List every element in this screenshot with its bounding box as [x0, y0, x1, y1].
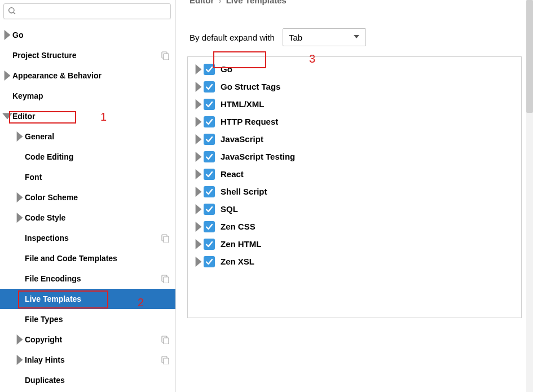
sidebar-item-font[interactable]: Font [0, 167, 175, 187]
chevron-right-icon[interactable] [2, 71, 12, 81]
settings-sidebar: GoProject StructureAppearance & Behavior… [0, 0, 176, 392]
templates-panel: GoGo Struct TagsHTML/XMLHTTP RequestJava… [187, 56, 522, 318]
chevron-right-icon[interactable] [193, 134, 204, 144]
sidebar-item-label: Font [25, 173, 175, 182]
chevron-right-icon[interactable] [193, 64, 204, 74]
sidebar-item-label: Go [12, 30, 175, 39]
template-checkbox[interactable] [204, 256, 215, 267]
sidebar-item-file-encodings[interactable]: File Encodings [0, 268, 175, 289]
template-checkbox[interactable] [204, 239, 215, 250]
sidebar-item-label: Keymap [12, 91, 175, 100]
template-group-label: SQL [221, 204, 238, 214]
template-group-html-xml[interactable]: HTML/XML [188, 95, 521, 113]
chevron-down-icon [353, 33, 360, 42]
settings-content: Editor › Live Templates By default expan… [176, 0, 533, 392]
search-input[interactable] [19, 7, 167, 16]
sidebar-item-file-types[interactable]: File Types [0, 309, 175, 329]
template-group-label: Go Struct Tags [221, 82, 280, 91]
template-checkbox[interactable] [204, 81, 215, 93]
chevron-down-icon[interactable] [2, 111, 12, 121]
template-group-label: HTML/XML [221, 99, 264, 109]
template-group-label: Zen HTML [221, 239, 262, 249]
sidebar-item-editor[interactable]: Editor [0, 106, 175, 126]
template-group-go-struct-tags[interactable]: Go Struct Tags [188, 78, 521, 95]
sidebar-item-label: File Encodings [25, 274, 161, 283]
sidebar-item-label: File and Code Templates [25, 254, 175, 263]
svg-rect-7 [164, 277, 169, 283]
template-checkbox[interactable] [204, 221, 215, 232]
sidebar-item-copyright[interactable]: Copyright [0, 329, 175, 350]
expand-with-dropdown[interactable]: Tab [283, 28, 366, 46]
template-group-zen-css[interactable]: Zen CSS [188, 218, 521, 235]
template-group-label: React [221, 169, 244, 179]
sidebar-item-appearance-behavior[interactable]: Appearance & Behavior [0, 65, 175, 86]
chevron-right-icon[interactable] [193, 204, 204, 214]
template-checkbox[interactable] [204, 186, 215, 197]
sidebar-item-keymap[interactable]: Keymap [0, 86, 175, 106]
template-group-zen-xsl[interactable]: Zen XSL [188, 253, 521, 270]
sidebar-item-inspections[interactable]: Inspections [0, 228, 175, 248]
sidebar-item-go[interactable]: Go [0, 25, 175, 45]
chevron-right-icon[interactable] [2, 30, 12, 40]
chevron-right-icon[interactable] [15, 334, 25, 345]
sidebar-item-label: Inlay Hints [25, 355, 161, 364]
sidebar-item-label: General [25, 132, 175, 141]
chevron-right-icon[interactable] [15, 213, 25, 223]
template-checkbox[interactable] [204, 151, 215, 162]
chevron-right-icon[interactable] [193, 187, 204, 197]
sidebar-item-label: Project Structure [12, 51, 161, 60]
svg-rect-5 [164, 236, 169, 243]
template-group-react[interactable]: React [188, 165, 521, 183]
sidebar-item-duplicates[interactable]: Duplicates [0, 370, 175, 390]
expand-with-value: Tab [289, 33, 302, 42]
breadcrumb-editor[interactable]: Editor [190, 0, 214, 5]
template-checkbox[interactable] [204, 204, 215, 215]
breadcrumb-live-templates: Live Templates [226, 0, 287, 5]
sidebar-item-color-scheme[interactable]: Color Scheme [0, 187, 175, 208]
template-group-label: Zen CSS [221, 222, 256, 231]
sidebar-item-label: Editor [12, 112, 175, 121]
template-checkbox[interactable] [204, 134, 215, 145]
template-checkbox[interactable] [204, 64, 215, 75]
chevron-right-icon[interactable] [15, 131, 25, 142]
template-group-shell-script[interactable]: Shell Script [188, 183, 521, 200]
search-box[interactable] [3, 3, 171, 19]
chevron-right-icon[interactable] [193, 239, 204, 249]
sidebar-item-inlay-hints[interactable]: Inlay Hints [0, 350, 175, 370]
chevron-right-icon[interactable] [193, 152, 204, 162]
chevron-right-icon[interactable] [193, 169, 204, 179]
sidebar-item-general[interactable]: General [0, 126, 175, 147]
template-group-javascript-testing[interactable]: JavaScript Testing [188, 148, 521, 165]
settings-tree: GoProject StructureAppearance & Behavior… [0, 25, 175, 392]
sidebar-item-code-style[interactable]: Code Style [0, 208, 175, 228]
template-group-label: Shell Script [221, 187, 267, 196]
sidebar-item-code-editing[interactable]: Code Editing [0, 147, 175, 167]
chevron-right-icon[interactable] [193, 117, 204, 127]
template-group-sql[interactable]: SQL [188, 200, 521, 218]
project-level-icon [161, 335, 170, 344]
template-group-zen-html[interactable]: Zen HTML [188, 235, 521, 253]
sidebar-item-label: Code Style [25, 213, 175, 222]
sidebar-item-live-templates[interactable]: Live Templates [0, 289, 175, 309]
sidebar-item-label: Inspections [25, 234, 161, 243]
chevron-right-icon[interactable] [193, 257, 204, 267]
sidebar-item-label: Live Templates [25, 294, 175, 303]
chevron-right-icon[interactable] [15, 192, 25, 202]
template-group-http-request[interactable]: HTTP Request [188, 113, 521, 130]
sidebar-item-project-structure[interactable]: Project Structure [0, 45, 175, 65]
template-group-label: Zen XSL [221, 257, 254, 266]
template-group-javascript[interactable]: JavaScript [188, 130, 521, 148]
template-group-label: JavaScript [221, 134, 263, 144]
template-group-label: Go [221, 64, 232, 74]
chevron-right-icon[interactable] [193, 99, 204, 109]
breadcrumb-separator: › [217, 0, 224, 5]
template-checkbox[interactable] [204, 116, 215, 127]
chevron-right-icon[interactable] [193, 82, 204, 92]
chevron-right-icon[interactable] [193, 222, 204, 232]
chevron-right-icon[interactable] [15, 355, 25, 365]
template-checkbox[interactable] [204, 169, 215, 180]
template-checkbox[interactable] [204, 99, 215, 110]
search-icon [7, 6, 16, 17]
template-group-go[interactable]: Go [188, 60, 521, 78]
sidebar-item-file-and-code-templates[interactable]: File and Code Templates [0, 248, 175, 268]
